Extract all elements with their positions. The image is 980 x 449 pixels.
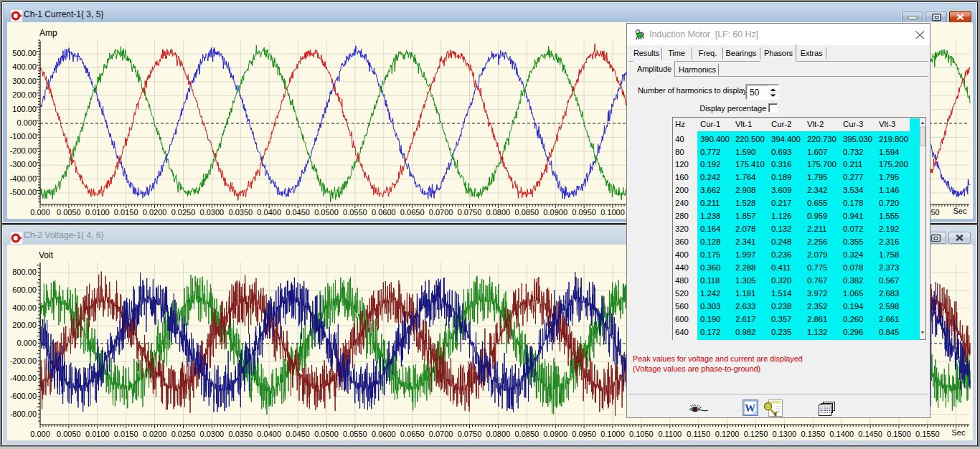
svg-text:0.1400: 0.1400 [829,430,854,438]
svg-text:400.00: 400.00 [12,62,37,71]
svg-text:-300.00: -300.00 [10,160,37,169]
svg-text:0.1500: 0.1500 [887,430,911,438]
svg-text:-200.00: -200.00 [10,146,37,155]
svg-text:0.0750: 0.0750 [458,208,482,217]
svg-text:-400.00: -400.00 [10,374,37,382]
svg-text:0.000: 0.000 [17,339,37,347]
svg-text:0.0100: 0.0100 [85,430,110,438]
svg-text:0.0700: 0.0700 [429,430,453,438]
svg-text:0.1100: 0.1100 [658,430,682,438]
svg-text:0.0150: 0.0150 [114,430,138,438]
svg-text:0.0500: 0.0500 [314,430,339,438]
svg-text:-100.00: -100.00 [10,132,37,141]
svg-text:0.0250: 0.0250 [171,430,196,438]
svg-text:0.0900: 0.0900 [543,430,567,438]
svg-text:0.0300: 0.0300 [200,208,225,217]
svg-text:-500.00: -500.00 [10,188,37,197]
svg-text:Sec: Sec [952,428,966,437]
svg-text:0.0250: 0.0250 [171,208,196,217]
svg-text:200.00: 200.00 [12,90,37,99]
svg-text:0.0900: 0.0900 [543,208,567,217]
svg-text:0.0400: 0.0400 [257,430,281,438]
svg-text:0.1300: 0.1300 [773,430,797,438]
svg-text:0.0850: 0.0850 [514,430,539,438]
svg-text:0.1050: 0.1050 [629,430,654,438]
svg-text:-200.00: -200.00 [10,356,37,365]
svg-text:0.1350: 0.1350 [801,430,825,438]
svg-text:0.0050: 0.0050 [57,208,81,217]
svg-text:400.00: 400.00 [12,303,37,312]
svg-text:0.0100: 0.0100 [85,208,110,217]
svg-text:500.00: 500.00 [12,49,37,57]
svg-text:200.00: 200.00 [12,321,37,329]
svg-text:0.0550: 0.0550 [343,208,367,217]
svg-text:0.0600: 0.0600 [372,430,396,438]
svg-text:0.000: 0.000 [17,118,37,127]
svg-text:0.1000: 0.1000 [600,430,625,438]
svg-text:0.1150: 0.1150 [687,430,710,438]
svg-text:0.0350: 0.0350 [228,430,253,438]
svg-text:0.1550: 0.1550 [915,430,940,438]
svg-text:0.0150: 0.0150 [114,208,138,217]
svg-text:0.0200: 0.0200 [143,430,167,438]
svg-text:0.0050: 0.0050 [57,430,81,438]
svg-text:0.0400: 0.0400 [257,208,281,217]
svg-text:0.0450: 0.0450 [286,208,310,217]
svg-text:0.1200: 0.1200 [715,430,740,438]
svg-text:600.00: 600.00 [12,285,37,294]
svg-text:0.1450: 0.1450 [858,430,882,438]
svg-text:W: W [745,402,755,414]
svg-text:0.0800: 0.0800 [486,208,511,217]
svg-text:-600.00: -600.00 [10,392,37,400]
svg-text:0.0200: 0.0200 [143,208,167,217]
svg-text:-400.00: -400.00 [10,174,37,183]
svg-text:Sec: Sec [953,207,967,215]
svg-text:0.0700: 0.0700 [429,208,453,217]
svg-text:100.00: 100.00 [12,105,37,113]
svg-text:0.0650: 0.0650 [400,430,425,438]
svg-text:0.0750: 0.0750 [458,430,482,438]
svg-text:0.000: 0.000 [30,430,50,438]
svg-text:0.0950: 0.0950 [572,208,596,217]
svg-text:-800.00: -800.00 [10,410,37,418]
svg-text:0.0950: 0.0950 [572,430,596,438]
svg-text:0.000: 0.000 [30,208,50,217]
svg-text:300.00: 300.00 [12,77,37,85]
svg-text:0.0800: 0.0800 [486,430,511,438]
svg-text:0.0300: 0.0300 [200,430,225,438]
svg-text:0.1250: 0.1250 [744,430,768,438]
svg-text:0.0650: 0.0650 [400,208,425,217]
svg-text:0.0500: 0.0500 [314,208,339,217]
svg-text:800.00: 800.00 [12,268,37,276]
svg-text:0.0350: 0.0350 [228,208,253,217]
svg-text:Volt: Volt [39,250,54,260]
svg-text:0.0450: 0.0450 [286,430,310,438]
svg-text:0.1000: 0.1000 [600,208,625,217]
svg-text:0.0850: 0.0850 [514,208,539,217]
svg-text:0.0600: 0.0600 [372,208,396,217]
svg-text:0.0550: 0.0550 [343,430,367,438]
svg-text:Amp: Amp [39,28,57,38]
